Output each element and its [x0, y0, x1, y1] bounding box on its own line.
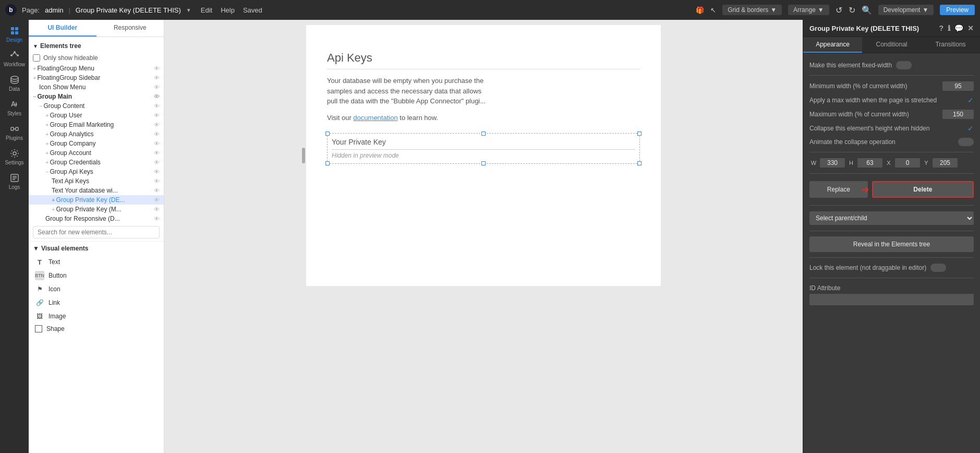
eye-icon[interactable]: 👁	[154, 84, 160, 90]
undo-icon[interactable]: ↺	[836, 5, 842, 15]
ve-link[interactable]: 🔗 Link	[29, 296, 164, 309]
fixed-width-toggle[interactable]	[896, 61, 912, 69]
shape-icon	[35, 325, 42, 332]
delete-button[interactable]: Delete	[872, 181, 974, 198]
eye-icon[interactable]: 👁	[154, 178, 160, 184]
selection-handle-tm	[481, 132, 486, 136]
mode-btn[interactable]: Development▼	[878, 5, 934, 15]
settings-tab[interactable]: Settings	[2, 145, 28, 169]
help-action[interactable]: Help	[221, 6, 235, 14]
design-tab[interactable]: Design	[2, 22, 28, 46]
min-width-input[interactable]	[942, 81, 974, 91]
select-parent-dropdown[interactable]: Select parent/child	[809, 211, 974, 225]
gift-icon[interactable]: 🎁	[696, 6, 704, 14]
search-input[interactable]	[33, 226, 160, 239]
ve-shape[interactable]: Shape	[29, 323, 164, 335]
logs-tab[interactable]: Logs	[2, 170, 28, 193]
ve-text[interactable]: T Text	[29, 255, 164, 269]
page-name[interactable]: admin	[45, 6, 63, 14]
eye-icon[interactable]: 👁	[154, 131, 160, 137]
tree-item-group-private-key-m[interactable]: + Group Private Key (M... 👁	[29, 205, 164, 214]
plugins-tab[interactable]: Plugins	[2, 121, 28, 144]
tree-item-group-email[interactable]: + Group Email Marketing 👁	[29, 120, 164, 129]
y-input[interactable]	[933, 158, 958, 168]
info-icon[interactable]: ℹ	[948, 24, 950, 32]
cursor-icon[interactable]: ↖	[710, 6, 716, 14]
tab-ui-builder[interactable]: UI Builder	[29, 20, 96, 37]
elements-tree: ▼ Elements tree Only show hideable + Flo…	[29, 37, 164, 453]
document-arrow[interactable]: ▼	[186, 7, 191, 13]
redo-icon[interactable]: ↻	[849, 5, 855, 15]
tree-item-floating-sidebar[interactable]: + FloatingGroup Sidebar 👁	[29, 73, 164, 82]
help-circle-icon[interactable]: ?	[939, 24, 943, 32]
comment-icon[interactable]: 💬	[954, 24, 963, 32]
eye-icon[interactable]: 👁	[154, 65, 160, 71]
data-tab[interactable]: Data	[2, 71, 28, 95]
w-input[interactable]	[820, 158, 845, 168]
tree-item-group-api-keys[interactable]: − Group Api Keys 👁	[29, 167, 164, 176]
ve-icon[interactable]: ⚑ Icon	[29, 282, 164, 296]
eye-icon[interactable]: 👁	[154, 122, 160, 128]
tree-item-group-analytics[interactable]: + Group Analytics 👁	[29, 129, 164, 139]
reveal-button[interactable]: Reveal in the Elements tree	[809, 236, 974, 252]
grid-borders-btn[interactable]: Grid & borders▼	[722, 5, 782, 15]
left-panel-tabs: UI Builder Responsive	[29, 20, 164, 37]
api-keys-title: Api Keys	[327, 51, 640, 69]
selected-group-private-key[interactable]: Your Private Key Hidden in preview mode	[327, 133, 640, 164]
selection-handle-br	[637, 161, 642, 165]
tree-item-text-api-keys[interactable]: Text Api Keys 👁	[29, 176, 164, 186]
main-canvas[interactable]: Api Keys Your database will be empty whe…	[164, 20, 803, 453]
eye-icon[interactable]: 👁	[154, 93, 160, 100]
tree-item-group-credentials[interactable]: + Group Credentials 👁	[29, 158, 164, 167]
canvas-resize-handle[interactable]	[302, 148, 305, 163]
lock-toggle[interactable]	[930, 264, 946, 272]
tree-item-group-private-key-de[interactable]: + Group Private Key (DE... 👁	[29, 195, 164, 205]
workflow-tab[interactable]: Workflow	[2, 47, 28, 70]
x-input[interactable]	[895, 158, 920, 168]
tree-item-group-content[interactable]: − Group Content 👁	[29, 101, 164, 111]
tree-item-floating-menu[interactable]: + FloatingGroup Menu 👁	[29, 64, 164, 73]
tab-conditional[interactable]: Conditional	[862, 37, 921, 53]
tree-item-group-account[interactable]: + Group Account 👁	[29, 148, 164, 158]
eye-icon[interactable]: 👁	[154, 169, 160, 175]
tree-item-icon-show-menu[interactable]: Icon Show Menu 👁	[29, 82, 164, 92]
eye-icon[interactable]: 👁	[154, 216, 160, 222]
documentation-link[interactable]: documentation	[353, 114, 397, 122]
eye-icon[interactable]: 👁	[154, 112, 160, 118]
eye-icon[interactable]: 👁	[154, 159, 160, 165]
tree-item-text-your-db[interactable]: Text Your database wi... 👁	[29, 186, 164, 195]
tree-item-group-responsive[interactable]: Group for Responsive (D... 👁	[29, 214, 164, 223]
svg-line-8	[15, 53, 17, 55]
eye-icon[interactable]: 👁	[154, 150, 160, 156]
h-input[interactable]	[857, 158, 882, 168]
eye-icon[interactable]: 👁	[154, 75, 160, 81]
replace-button[interactable]: Replace	[809, 181, 868, 198]
close-icon[interactable]: ✕	[967, 24, 974, 32]
styles-tab[interactable]: Styles	[2, 96, 28, 120]
tree-item-group-company[interactable]: + Group Company 👁	[29, 139, 164, 148]
ve-image[interactable]: 🖼 Image	[29, 309, 164, 323]
animate-label: Animate the collapse operation	[809, 138, 955, 146]
collapse-check[interactable]: ✓	[967, 124, 974, 133]
tree-item-group-main[interactable]: − Group Main 👁	[29, 92, 164, 101]
eye-icon[interactable]: 👁	[154, 140, 160, 147]
animate-toggle[interactable]	[958, 138, 974, 146]
max-width-input[interactable]	[942, 110, 974, 119]
max-width-check[interactable]: ✓	[967, 96, 974, 104]
eye-icon[interactable]: 👁	[154, 103, 160, 109]
search-icon[interactable]: 🔍	[862, 5, 872, 15]
tab-appearance[interactable]: Appearance	[803, 37, 862, 53]
id-attribute-input[interactable]	[809, 294, 974, 305]
eye-icon[interactable]: 👁	[154, 187, 160, 194]
edit-action[interactable]: Edit	[201, 6, 212, 14]
document-name[interactable]: Group Private Key (DELETE THIS)	[76, 6, 181, 14]
preview-btn[interactable]: Preview	[940, 5, 975, 15]
tab-responsive[interactable]: Responsive	[96, 20, 164, 37]
tree-item-group-user[interactable]: + Group User 👁	[29, 111, 164, 120]
eye-icon[interactable]: 👁	[154, 206, 160, 212]
only-show-hideable-checkbox[interactable]	[33, 54, 40, 62]
ve-button[interactable]: BTN Button	[29, 269, 164, 282]
arrange-btn[interactable]: Arrange▼	[788, 5, 829, 15]
eye-icon[interactable]: 👁	[154, 197, 160, 203]
tab-transitions[interactable]: Transitions	[921, 37, 980, 53]
